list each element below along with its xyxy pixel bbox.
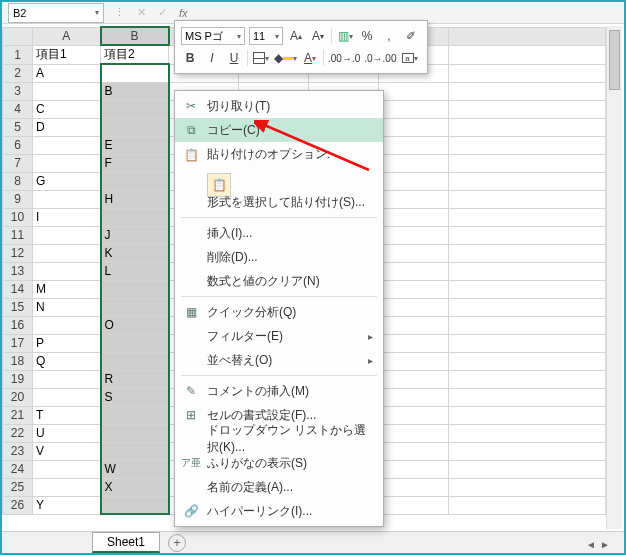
cell[interactable] — [101, 352, 169, 370]
cell[interactable] — [33, 136, 101, 154]
decrease-decimal-icon[interactable]: .00→.0 — [328, 49, 360, 67]
cell[interactable]: 項目2 — [101, 45, 169, 64]
cell[interactable] — [101, 172, 169, 190]
ctx-filter[interactable]: フィルター(E) ▸ — [175, 324, 383, 348]
cell[interactable]: M — [33, 280, 101, 298]
ctx-hyperlink[interactable]: 🔗 ハイパーリンク(I)... — [175, 499, 383, 523]
row-header[interactable]: 25 — [3, 478, 33, 496]
cell[interactable] — [449, 334, 606, 352]
cell[interactable] — [379, 190, 449, 208]
row-header[interactable]: 14 — [3, 280, 33, 298]
row-header[interactable]: 7 — [3, 154, 33, 172]
row-header[interactable]: 17 — [3, 334, 33, 352]
cell[interactable] — [379, 172, 449, 190]
bold-icon[interactable]: B — [181, 49, 199, 67]
cell[interactable] — [379, 406, 449, 424]
cell[interactable] — [33, 244, 101, 262]
increase-decimal-icon[interactable]: .0→.00 — [364, 49, 396, 67]
cell[interactable] — [449, 45, 606, 64]
cell[interactable]: S — [101, 388, 169, 406]
cell[interactable] — [33, 190, 101, 208]
cell[interactable]: F — [101, 154, 169, 172]
cell[interactable] — [379, 262, 449, 280]
cell[interactable] — [33, 262, 101, 280]
cell[interactable] — [379, 316, 449, 334]
fill-color-icon[interactable]: ◆▾ — [274, 49, 297, 67]
row-header[interactable]: 10 — [3, 208, 33, 226]
cell[interactable]: X — [101, 478, 169, 496]
cell[interactable]: Q — [33, 352, 101, 370]
cell[interactable] — [379, 226, 449, 244]
row-header[interactable]: 23 — [3, 442, 33, 460]
cell[interactable] — [449, 478, 606, 496]
cell[interactable] — [449, 136, 606, 154]
cell[interactable] — [449, 172, 606, 190]
ctx-copy[interactable]: ⧉ コピー(C) — [175, 118, 383, 142]
cell[interactable] — [449, 352, 606, 370]
cell[interactable] — [101, 442, 169, 460]
row-header[interactable]: 13 — [3, 262, 33, 280]
cell[interactable]: I — [33, 208, 101, 226]
cell[interactable] — [379, 424, 449, 442]
font-color-icon[interactable]: A▾ — [301, 49, 319, 67]
cell[interactable] — [449, 316, 606, 334]
cell[interactable] — [449, 280, 606, 298]
cell[interactable]: J — [101, 226, 169, 244]
cell[interactable]: H — [101, 190, 169, 208]
row-header[interactable]: 21 — [3, 406, 33, 424]
cell[interactable]: W — [101, 460, 169, 478]
row-header[interactable]: 11 — [3, 226, 33, 244]
add-sheet-button[interactable]: + — [168, 534, 186, 552]
cell[interactable]: V — [33, 442, 101, 460]
cell[interactable] — [379, 334, 449, 352]
row-header[interactable]: 24 — [3, 460, 33, 478]
ctx-show-furigana[interactable]: ア亜 ふりがなの表示(S) — [175, 451, 383, 475]
ctx-sort[interactable]: 並べ替え(O) ▸ — [175, 348, 383, 372]
select-all-corner[interactable] — [3, 27, 33, 45]
row-header[interactable]: 5 — [3, 118, 33, 136]
cell[interactable] — [101, 496, 169, 514]
cell[interactable] — [101, 406, 169, 424]
name-box[interactable]: B2 ▾ — [8, 3, 104, 23]
row-header[interactable]: 15 — [3, 298, 33, 316]
cell[interactable] — [449, 460, 606, 478]
comma-format-icon[interactable]: , — [380, 27, 398, 45]
cell[interactable] — [101, 298, 169, 316]
cell[interactable] — [379, 136, 449, 154]
cell[interactable]: G — [33, 172, 101, 190]
cell[interactable] — [379, 100, 449, 118]
font-name-select[interactable]: MS Pゴ ▾ — [181, 27, 245, 45]
fx-icon[interactable]: fx — [179, 7, 188, 19]
cell[interactable] — [449, 442, 606, 460]
cell[interactable] — [449, 388, 606, 406]
ctx-delete[interactable]: 削除(D)... — [175, 245, 383, 269]
cell[interactable] — [33, 154, 101, 172]
format-painter-icon[interactable]: ✐ — [402, 27, 420, 45]
hscroll-left-icon[interactable]: ◄ — [586, 539, 596, 550]
cell[interactable] — [379, 208, 449, 226]
row-header[interactable]: 19 — [3, 370, 33, 388]
cell[interactable] — [449, 496, 606, 514]
col-header-extra[interactable] — [449, 27, 606, 45]
accounting-format-icon[interactable]: ▥▾ — [336, 27, 354, 45]
cell[interactable] — [101, 280, 169, 298]
italic-icon[interactable]: I — [203, 49, 221, 67]
cell[interactable] — [101, 100, 169, 118]
cell[interactable] — [379, 280, 449, 298]
ctx-cut[interactable]: ✂ 切り取り(T) — [175, 94, 383, 118]
cell[interactable] — [379, 496, 449, 514]
ctx-clear[interactable]: 数式と値のクリア(N) — [175, 269, 383, 293]
cell[interactable] — [449, 118, 606, 136]
name-box-dropdown-icon[interactable]: ▾ — [95, 8, 99, 17]
row-header[interactable]: 26 — [3, 496, 33, 514]
row-header[interactable]: 3 — [3, 82, 33, 100]
cell[interactable] — [449, 82, 606, 100]
cell[interactable] — [33, 316, 101, 334]
cell[interactable] — [379, 154, 449, 172]
cancel-icon[interactable]: ✕ — [137, 6, 146, 19]
ctx-dropdown-list[interactable]: ドロップダウン リストから選択(K)... — [175, 427, 383, 451]
cell[interactable] — [379, 298, 449, 316]
row-header[interactable]: 12 — [3, 244, 33, 262]
cell[interactable] — [449, 154, 606, 172]
row-header[interactable]: 8 — [3, 172, 33, 190]
